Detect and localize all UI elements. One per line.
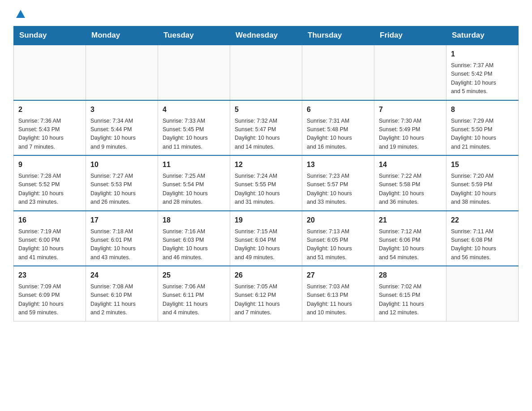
calendar-cell: 11Sunrise: 7:25 AMSunset: 5:54 PMDayligh… [158, 155, 230, 211]
day-number: 24 [90, 270, 153, 281]
calendar-cell: 3Sunrise: 7:34 AMSunset: 5:44 PMDaylight… [86, 100, 158, 156]
day-info: Sunrise: 7:25 AMSunset: 5:54 PMDaylight:… [163, 172, 225, 207]
day-number: 21 [379, 215, 442, 226]
day-info: Sunrise: 7:03 AMSunset: 6:13 PMDaylight:… [307, 283, 369, 317]
column-header-thursday: Thursday [302, 26, 374, 45]
calendar-cell: 22Sunrise: 7:11 AMSunset: 6:08 PMDayligh… [446, 211, 519, 266]
day-number: 25 [163, 270, 225, 281]
logo-triangle-icon [14, 7, 27, 20]
day-number: 9 [18, 159, 81, 170]
day-info: Sunrise: 7:18 AMSunset: 6:01 PMDaylight:… [90, 227, 153, 262]
day-number: 15 [451, 159, 514, 170]
day-number: 4 [163, 104, 225, 115]
column-header-sunday: Sunday [14, 26, 86, 45]
day-number: 1 [451, 49, 514, 60]
logo [13, 9, 27, 17]
day-number: 10 [90, 159, 153, 170]
calendar-table: SundayMondayTuesdayWednesdayThursdayFrid… [13, 26, 519, 321]
calendar-header-row: SundayMondayTuesdayWednesdayThursdayFrid… [14, 26, 519, 45]
calendar-cell: 1Sunrise: 7:37 AMSunset: 5:42 PMDaylight… [446, 45, 519, 100]
calendar-cell: 15Sunrise: 7:20 AMSunset: 5:59 PMDayligh… [446, 155, 519, 211]
calendar-cell: 8Sunrise: 7:29 AMSunset: 5:50 PMDaylight… [446, 100, 519, 156]
calendar-cell: 2Sunrise: 7:36 AMSunset: 5:43 PMDaylight… [14, 100, 86, 156]
column-header-friday: Friday [374, 26, 446, 45]
day-info: Sunrise: 7:30 AMSunset: 5:49 PMDaylight:… [379, 117, 442, 152]
calendar-cell [158, 45, 230, 100]
day-number: 26 [235, 270, 297, 281]
day-info: Sunrise: 7:28 AMSunset: 5:52 PMDaylight:… [18, 172, 81, 207]
day-number: 7 [379, 104, 442, 115]
day-number: 8 [451, 104, 514, 115]
day-number: 20 [307, 215, 369, 226]
day-number: 5 [235, 104, 297, 115]
calendar-cell: 9Sunrise: 7:28 AMSunset: 5:52 PMDaylight… [14, 155, 86, 211]
calendar-cell: 12Sunrise: 7:24 AMSunset: 5:55 PMDayligh… [230, 155, 302, 211]
calendar-cell: 24Sunrise: 7:08 AMSunset: 6:10 PMDayligh… [86, 266, 158, 321]
day-info: Sunrise: 7:12 AMSunset: 6:06 PMDaylight:… [379, 227, 442, 262]
day-info: Sunrise: 7:31 AMSunset: 5:48 PMDaylight:… [307, 117, 369, 152]
week-row-4: 16Sunrise: 7:19 AMSunset: 6:00 PMDayligh… [14, 211, 519, 266]
day-number: 2 [18, 104, 81, 115]
day-number: 19 [235, 215, 297, 226]
calendar-cell: 27Sunrise: 7:03 AMSunset: 6:13 PMDayligh… [302, 266, 374, 321]
day-number: 11 [163, 159, 225, 170]
day-number: 17 [90, 215, 153, 226]
calendar-cell: 14Sunrise: 7:22 AMSunset: 5:58 PMDayligh… [374, 155, 446, 211]
calendar-cell: 10Sunrise: 7:27 AMSunset: 5:53 PMDayligh… [86, 155, 158, 211]
calendar-cell: 19Sunrise: 7:15 AMSunset: 6:04 PMDayligh… [230, 211, 302, 266]
calendar-cell: 4Sunrise: 7:33 AMSunset: 5:45 PMDaylight… [158, 100, 230, 156]
day-info: Sunrise: 7:23 AMSunset: 5:57 PMDaylight:… [307, 172, 369, 207]
day-info: Sunrise: 7:08 AMSunset: 6:10 PMDaylight:… [90, 283, 153, 317]
day-number: 12 [235, 159, 297, 170]
week-row-2: 2Sunrise: 7:36 AMSunset: 5:43 PMDaylight… [14, 100, 519, 156]
calendar-cell [446, 266, 519, 321]
column-header-saturday: Saturday [446, 26, 519, 45]
calendar-cell: 25Sunrise: 7:06 AMSunset: 6:11 PMDayligh… [158, 266, 230, 321]
day-number: 23 [18, 270, 81, 281]
day-info: Sunrise: 7:05 AMSunset: 6:12 PMDaylight:… [235, 283, 297, 317]
day-info: Sunrise: 7:13 AMSunset: 6:05 PMDaylight:… [307, 227, 369, 262]
day-number: 16 [18, 215, 81, 226]
day-info: Sunrise: 7:19 AMSunset: 6:00 PMDaylight:… [18, 227, 81, 262]
calendar-cell [374, 45, 446, 100]
week-row-3: 9Sunrise: 7:28 AMSunset: 5:52 PMDaylight… [14, 155, 519, 211]
day-number: 14 [379, 159, 442, 170]
calendar-cell: 7Sunrise: 7:30 AMSunset: 5:49 PMDaylight… [374, 100, 446, 156]
calendar-cell: 23Sunrise: 7:09 AMSunset: 6:09 PMDayligh… [14, 266, 86, 321]
day-info: Sunrise: 7:15 AMSunset: 6:04 PMDaylight:… [235, 227, 297, 262]
calendar-cell: 18Sunrise: 7:16 AMSunset: 6:03 PMDayligh… [158, 211, 230, 266]
column-header-tuesday: Tuesday [158, 26, 230, 45]
calendar-cell: 21Sunrise: 7:12 AMSunset: 6:06 PMDayligh… [374, 211, 446, 266]
day-info: Sunrise: 7:02 AMSunset: 6:15 PMDaylight:… [379, 283, 442, 317]
calendar-cell: 28Sunrise: 7:02 AMSunset: 6:15 PMDayligh… [374, 266, 446, 321]
calendar-cell: 13Sunrise: 7:23 AMSunset: 5:57 PMDayligh… [302, 155, 374, 211]
column-header-wednesday: Wednesday [230, 26, 302, 45]
week-row-1: 1Sunrise: 7:37 AMSunset: 5:42 PMDaylight… [14, 45, 519, 100]
day-info: Sunrise: 7:37 AMSunset: 5:42 PMDaylight:… [451, 61, 514, 96]
calendar-cell: 17Sunrise: 7:18 AMSunset: 6:01 PMDayligh… [86, 211, 158, 266]
page-header [13, 9, 519, 17]
calendar-cell: 26Sunrise: 7:05 AMSunset: 6:12 PMDayligh… [230, 266, 302, 321]
day-info: Sunrise: 7:16 AMSunset: 6:03 PMDaylight:… [163, 227, 225, 262]
day-number: 22 [451, 215, 514, 226]
calendar-cell: 20Sunrise: 7:13 AMSunset: 6:05 PMDayligh… [302, 211, 374, 266]
day-info: Sunrise: 7:33 AMSunset: 5:45 PMDaylight:… [163, 117, 225, 152]
day-number: 3 [90, 104, 153, 115]
day-number: 18 [163, 215, 225, 226]
day-info: Sunrise: 7:09 AMSunset: 6:09 PMDaylight:… [18, 283, 81, 317]
day-number: 13 [307, 159, 369, 170]
day-info: Sunrise: 7:11 AMSunset: 6:08 PMDaylight:… [451, 227, 514, 262]
svg-marker-0 [16, 10, 25, 18]
day-number: 27 [307, 270, 369, 281]
calendar-cell: 6Sunrise: 7:31 AMSunset: 5:48 PMDaylight… [302, 100, 374, 156]
day-info: Sunrise: 7:06 AMSunset: 6:11 PMDaylight:… [163, 283, 225, 317]
calendar-cell: 5Sunrise: 7:32 AMSunset: 5:47 PMDaylight… [230, 100, 302, 156]
calendar-cell: 16Sunrise: 7:19 AMSunset: 6:00 PMDayligh… [14, 211, 86, 266]
day-info: Sunrise: 7:24 AMSunset: 5:55 PMDaylight:… [235, 172, 297, 207]
calendar-cell [230, 45, 302, 100]
week-row-5: 23Sunrise: 7:09 AMSunset: 6:09 PMDayligh… [14, 266, 519, 321]
calendar-cell [86, 45, 158, 100]
day-number: 28 [379, 270, 442, 281]
day-info: Sunrise: 7:22 AMSunset: 5:58 PMDaylight:… [379, 172, 442, 207]
day-info: Sunrise: 7:36 AMSunset: 5:43 PMDaylight:… [18, 117, 81, 152]
